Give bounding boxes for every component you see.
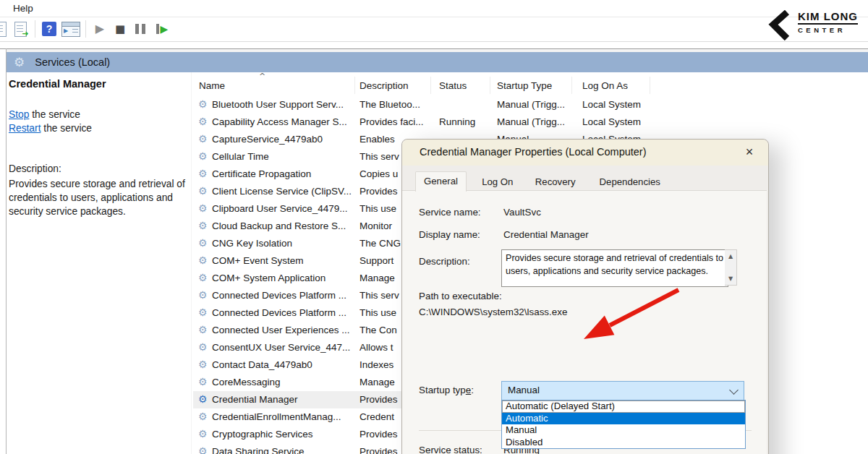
service-name: Connected User Experiences ... (212, 325, 355, 335)
logo-line1: KIM LONG (798, 10, 858, 25)
tab-dependencies[interactable]: Dependencies (592, 174, 668, 191)
service-startup-type: Manual (Trigg... (497, 116, 579, 127)
table-row[interactable]: ⚙Capability Access Manager S...Provides … (192, 113, 868, 131)
restart-service-icon[interactable]: ▶ (152, 20, 172, 38)
service-gear-icon: ⚙ (198, 307, 208, 318)
column-separator[interactable] (430, 77, 431, 94)
show-console-tree-icon[interactable]: ▶ (61, 20, 81, 38)
service-name: Certificate Propagation (212, 168, 355, 179)
service-name-value: VaultSvc (503, 207, 541, 218)
dropdown-option[interactable]: Automatic (Delayed Start) (502, 401, 745, 413)
service-name: CNG Key Isolation (212, 238, 355, 249)
service-gear-icon: ⚙ (198, 202, 208, 214)
column-header-log-on-as[interactable]: Log On As (582, 80, 628, 91)
stop-service-icon[interactable]: ■ (111, 20, 129, 38)
column-separator[interactable] (571, 77, 572, 94)
dialog-title: Credential Manager Properties (Local Com… (420, 146, 647, 158)
service-gear-icon: ⚙ (198, 116, 208, 127)
kim-long-center-logo: KIM LONG CENTER (771, 9, 858, 40)
column-header-description[interactable]: Description (359, 80, 409, 91)
stop-service-line: Stop the service (9, 109, 80, 120)
label-prefix: Startup typ (419, 385, 466, 395)
service-name: Cellular Time (212, 151, 355, 162)
help-button-icon[interactable]: ? (41, 20, 58, 38)
service-name: Contact Data_4479ab0 (212, 359, 355, 370)
console-header: ⚙ Services (Local) (7, 52, 868, 72)
scroll-up-icon[interactable]: ▲ (725, 253, 736, 260)
service-name: Cryptographic Services (212, 429, 355, 440)
stop-service-link[interactable]: Stop (9, 109, 29, 120)
service-gear-icon: ⚙ (198, 254, 208, 266)
logo-chevron-icon (767, 10, 791, 40)
service-name: Connected Devices Platform ... (212, 307, 355, 318)
logo-line2: CENTER (798, 26, 858, 34)
menu-bar: Help (0, 0, 868, 17)
restart-service-link[interactable]: Restart (9, 123, 41, 134)
service-name: Client License Service (ClipSV... (212, 186, 355, 197)
display-name-value: Credential Manager (503, 229, 589, 240)
close-icon[interactable]: × (741, 143, 758, 160)
service-gear-icon: ⚙ (198, 411, 208, 422)
description-scrollbar[interactable]: ▲ ▼ (725, 249, 737, 286)
startup-type-selected-value: Manual (508, 385, 540, 395)
display-name-label: Display name: (419, 229, 480, 240)
menu-item-help[interactable]: Help (10, 2, 36, 14)
toolbar: ➜ ? ▶ ▶ ■ ▶ (0, 17, 868, 42)
properties-dialog: Credential Manager Properties (Local Com… (401, 139, 769, 454)
service-name: CredentialEnrollmentManag... (212, 411, 355, 422)
startup-type-combobox[interactable]: Manual (501, 381, 744, 401)
console-header-title: Services (Local) (35, 56, 110, 68)
table-row[interactable]: ⚙Bluetooth User Support Serv...The Bluet… (192, 96, 868, 113)
service-description: The Bluetoo... (359, 99, 436, 110)
description-label: Description: (419, 256, 470, 267)
service-gear-icon: ⚙ (198, 324, 208, 335)
service-name: Credential Manager (212, 394, 355, 405)
startup-type-dropdown-list: Automatic (Delayed Start)AutomaticManual… (501, 400, 746, 449)
toolbar-separator (35, 20, 35, 38)
pause-service-icon[interactable] (132, 20, 149, 38)
column-header-name[interactable]: Name (199, 80, 225, 91)
path-to-executable-value: C:\WINDOWS\system32\lsass.exe (419, 307, 567, 317)
dialog-titlebar: Credential Manager Properties (Local Com… (402, 140, 768, 166)
dialog-general-tab-page: Service name: VaultSvc Display name: Cre… (402, 190, 767, 454)
sort-ascending-icon: ^ (259, 72, 265, 80)
column-separator[interactable] (490, 77, 490, 94)
export-arrow-icon: ➜ (22, 30, 28, 38)
service-startup-type: Manual (Trigg... (497, 99, 579, 110)
service-log-on-as: Local System (582, 116, 669, 127)
service-name-label: Service name: (419, 207, 481, 218)
table-header: Name ^ Description Status Startup Type L… (192, 74, 868, 95)
pane-description-label: Description: (9, 163, 61, 174)
column-header-status[interactable]: Status (439, 80, 467, 91)
service-gear-icon: ⚙ (198, 237, 208, 249)
column-separator[interactable] (354, 77, 355, 94)
service-name: Cloud Backup and Restore S... (212, 220, 355, 231)
service-name: Data Sharing Service (212, 446, 355, 454)
service-status: Running (439, 116, 494, 127)
dropdown-option[interactable]: Manual (502, 424, 745, 437)
pane-description-text: Provides secure storage and retrieval of… (9, 177, 188, 218)
description-textarea[interactable]: Provides secure storage and retrieval of… (501, 249, 728, 287)
scroll-down-icon[interactable]: ▼ (725, 275, 736, 282)
service-gear-icon: ⚙ (198, 133, 208, 145)
start-service-icon[interactable]: ▶ (91, 20, 109, 38)
dropdown-option[interactable]: Disabled (502, 437, 745, 449)
tab-general[interactable]: General (415, 171, 467, 192)
tab-log-on[interactable]: Log On (474, 174, 521, 191)
column-header-startup-type[interactable]: Startup Type (497, 80, 552, 91)
label-suffix: : (471, 385, 474, 395)
column-separator[interactable] (650, 77, 650, 94)
dropdown-option[interactable]: Automatic (502, 413, 745, 425)
startup-type-label: Startup type: (419, 385, 474, 395)
service-name: COM+ Event System (212, 255, 355, 266)
service-gear-icon: ⚙ (198, 272, 208, 283)
clipped-document-icon[interactable] (0, 20, 9, 38)
dialog-tab-strip: GeneralLog OnRecoveryDependencies (402, 171, 768, 191)
service-gear-icon: ⚙ (198, 150, 208, 162)
tab-recovery[interactable]: Recovery (527, 174, 584, 191)
export-list-icon[interactable]: ➜ (12, 20, 29, 38)
service-gear-icon: ⚙ (198, 185, 208, 197)
service-gear-icon: ⚙ (198, 341, 208, 353)
chevron-down-icon[interactable] (729, 385, 739, 395)
service-gear-icon: ⚙ (198, 393, 208, 405)
